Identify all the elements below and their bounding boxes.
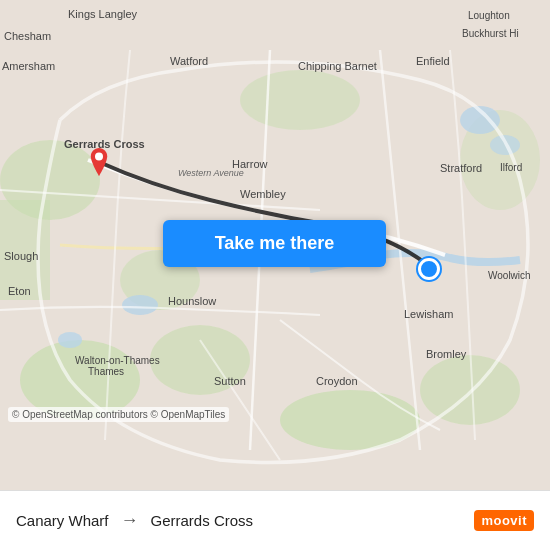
place-kings-langley: Kings Langley [68,8,137,20]
place-bromley: Bromley [426,348,466,360]
place-stratford: Stratford [440,162,482,174]
place-slough: Slough [4,250,38,262]
svg-point-6 [240,70,360,130]
destination-pin [418,258,440,280]
moovit-brand: moovit [474,510,534,531]
place-walton: Walton-on-Thames [75,355,160,366]
place-ilford: Ilford [500,162,522,173]
footer-origin: Canary Wharf [16,512,109,529]
place-buckhurst: Buckhurst Hi [462,28,519,39]
map-container: Kings Langley Chesham Amersham Watford C… [0,0,550,490]
place-croydon: Croydon [316,375,358,387]
place-hounslow: Hounslow [168,295,216,307]
place-chesham: Chesham [4,30,51,42]
place-enfield: Enfield [416,55,450,67]
place-eton: Eton [8,285,31,297]
place-lewisham: Lewisham [404,308,454,320]
svg-point-11 [58,332,82,348]
place-amersham: Amersham [2,60,55,72]
svg-point-10 [122,295,158,315]
place-woolwich: Woolwich [488,270,531,281]
take-me-there-button[interactable]: Take me there [163,220,386,267]
footer-destination: Gerrards Cross [151,512,254,529]
place-watford: Watford [170,55,208,67]
footer-arrow: → [121,510,139,531]
place-sutton: Sutton [214,375,246,387]
place-wembley: Wembley [240,188,286,200]
place-walton-2: Thames [88,366,124,377]
copyright-text: © OpenStreetMap contributors © OpenMapTi… [8,407,229,422]
origin-pin [88,148,110,176]
place-chipping-barnet: Chipping Barnet [298,60,377,72]
svg-point-14 [95,153,103,161]
moovit-logo: moovit [474,510,534,531]
place-loughton: Loughton [468,10,510,21]
svg-point-4 [420,355,520,425]
footer: Canary Wharf → Gerrards Cross moovit [0,490,550,550]
place-western-avenue: Western Avenue [178,168,244,178]
